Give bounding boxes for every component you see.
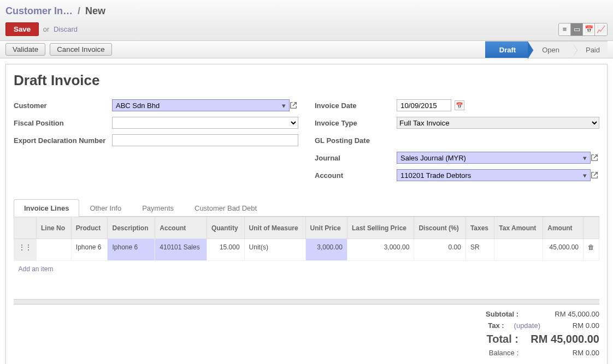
cell-tax-amount[interactable] — [494, 239, 543, 261]
invoice-lines-table: Line No Product Description Account Quan… — [14, 217, 599, 283]
balance-value: RM 0.00 — [528, 349, 599, 357]
account-label: Account — [315, 171, 397, 180]
col-last-price: Last Selling Price — [347, 217, 414, 239]
external-link-icon[interactable] — [590, 170, 599, 180]
action-row: Save or Discard ≡ ▭ 📅 📈 — [0, 20, 613, 40]
subtotal-label: Subtotal : — [458, 310, 518, 318]
export-label: Export Declaration Number — [14, 136, 112, 145]
total-label: Total : — [458, 333, 518, 345]
fiscal-label: Fiscal Position — [14, 119, 112, 127]
action-left: Save or Discard — [5, 22, 78, 36]
tab-payments[interactable]: Payments — [132, 199, 184, 217]
account-input[interactable] — [397, 169, 591, 181]
cell-account[interactable]: 410101 Sales — [155, 239, 207, 261]
dropdown-icon[interactable]: ▾ — [583, 154, 587, 162]
view-switcher: ≡ ▭ 📅 📈 — [558, 23, 608, 36]
view-graph-icon[interactable]: 📈 — [595, 23, 607, 35]
breadcrumb: Customer In… / New — [0, 0, 613, 20]
invoice-type-label: Invoice Type — [315, 119, 397, 127]
sheet: Draft Invoice Customer ▾ Fiscal Position — [5, 64, 608, 364]
trash-icon[interactable]: 🗑 — [588, 243, 594, 251]
cell-line-no[interactable] — [37, 239, 72, 261]
tabs: Invoice Lines Other Info Payments Custom… — [14, 199, 599, 217]
breadcrumb-sep: / — [78, 5, 80, 16]
tab-other-info[interactable]: Other Info — [79, 199, 132, 217]
col-description: Description — [108, 217, 155, 239]
tab-bad-debt[interactable]: Customer Bad Debt — [184, 199, 267, 217]
save-button[interactable]: Save — [5, 22, 39, 36]
discard-link[interactable]: Discard — [54, 25, 78, 33]
tax-value: RM 0.00 — [550, 321, 599, 330]
col-account: Account — [155, 217, 207, 239]
external-link-icon[interactable] — [590, 153, 599, 163]
cell-last-price[interactable]: 3,000.00 — [347, 239, 414, 261]
status-arrows: Draft Open Paid — [485, 41, 608, 58]
export-input[interactable] — [112, 134, 298, 146]
col-product: Product — [71, 217, 108, 239]
col-uom: Unit of Measure — [244, 217, 305, 239]
col-discount: Discount (%) — [414, 217, 466, 239]
view-form-icon[interactable]: ▭ — [571, 23, 583, 35]
form-col-right: Invoice Date 📅 Invoice Type Full Tax Inv… — [315, 98, 599, 185]
col-taxes: Taxes — [465, 217, 494, 239]
add-item-link[interactable]: Add an item — [14, 261, 599, 283]
form-columns: Customer ▾ Fiscal Position Export Declar… — [14, 98, 599, 185]
col-delete — [583, 217, 599, 239]
dropdown-icon[interactable]: ▾ — [583, 171, 587, 180]
view-list-icon[interactable]: ≡ — [559, 23, 571, 35]
dropdown-icon[interactable]: ▾ — [282, 102, 286, 110]
totals: Subtotal : RM 45,000.00 Tax : (update) R… — [14, 310, 599, 357]
cancel-invoice-button[interactable]: Cancel Invoice — [50, 43, 111, 56]
page-title: Draft Invoice — [14, 72, 599, 89]
invoice-type-select[interactable]: Full Tax Invoice — [397, 117, 599, 129]
cell-description[interactable]: Iphone 6 — [108, 239, 155, 261]
cell-amount[interactable]: 45,000.00 — [543, 239, 583, 261]
table-row[interactable]: ⋮⋮ Iphone 6 Iphone 6 410101 Sales 15.000… — [14, 239, 599, 261]
journal-label: Journal — [315, 154, 397, 162]
cell-discount[interactable]: 0.00 — [414, 239, 466, 261]
cell-product[interactable]: Iphone 6 — [71, 239, 108, 261]
external-link-icon[interactable] — [289, 100, 298, 110]
col-handle — [14, 217, 37, 239]
col-unit-price: Unit Price — [305, 217, 347, 239]
cell-taxes[interactable]: SR — [465, 239, 494, 261]
balance-label: Balance : — [458, 349, 518, 357]
col-amount: Amount — [543, 217, 583, 239]
tab-invoice-lines[interactable]: Invoice Lines — [14, 199, 79, 217]
separator-bar — [14, 299, 599, 305]
or-text: or — [43, 25, 50, 33]
tax-label: Tax : — [444, 321, 504, 330]
customer-label: Customer — [14, 102, 112, 110]
breadcrumb-parent[interactable]: Customer In… — [5, 5, 73, 16]
fiscal-select[interactable] — [112, 117, 298, 129]
journal-input[interactable] — [397, 152, 591, 164]
col-quantity: Quantity — [207, 217, 244, 239]
row-handle-icon[interactable]: ⋮⋮ — [14, 239, 37, 261]
breadcrumb-current: New — [85, 5, 105, 16]
view-calendar-icon[interactable]: 📅 — [583, 23, 595, 35]
status-left: Validate Cancel Invoice — [5, 41, 112, 58]
customer-input[interactable] — [112, 99, 290, 111]
gl-date-label: GL Posting Date — [315, 136, 397, 145]
cell-quantity[interactable]: 15.000 — [207, 239, 244, 261]
invoice-date-input[interactable] — [397, 99, 451, 111]
status-step-open[interactable]: Open — [528, 41, 571, 58]
total-value: RM 45,000.00 — [528, 333, 599, 345]
cell-uom[interactable]: Unit(s) — [244, 239, 305, 261]
top-header: Customer In… / New Save or Discard ≡ ▭ 📅… — [0, 0, 613, 41]
col-line-no: Line No — [37, 217, 72, 239]
cell-unit-price[interactable]: 3,000.00 — [305, 239, 347, 261]
col-tax-amount: Tax Amount — [494, 217, 543, 239]
validate-button[interactable]: Validate — [5, 43, 45, 56]
tax-update-link[interactable]: (update) — [514, 321, 540, 330]
invoice-date-label: Invoice Date — [315, 102, 397, 110]
calendar-icon[interactable]: 📅 — [455, 100, 464, 110]
status-step-draft[interactable]: Draft — [485, 41, 528, 58]
form-col-left: Customer ▾ Fiscal Position Export Declar… — [14, 98, 298, 185]
subtotal-value: RM 45,000.00 — [528, 310, 599, 318]
status-bar: Validate Cancel Invoice Draft Open Paid — [0, 41, 613, 58]
